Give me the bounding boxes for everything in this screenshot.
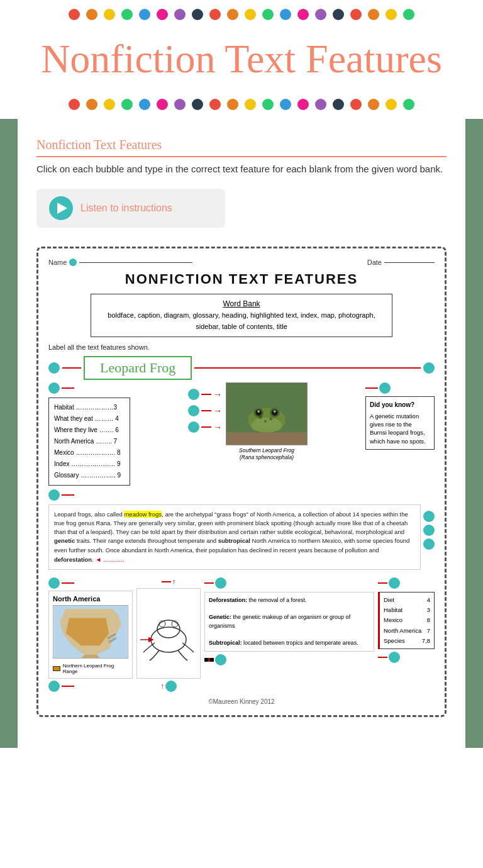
index-bubble-bottom-row xyxy=(378,652,435,663)
dot xyxy=(333,99,344,110)
gloss-entry-2: Genetic: the genetic makeup of an organi… xyxy=(209,613,370,630)
dot xyxy=(262,9,274,20)
main-content: Nonfiction Text Features Click on each b… xyxy=(18,119,465,748)
instructions-text: Click on each bubble and type in the cor… xyxy=(36,162,447,177)
photo-caption: Southern Leopard Frog(Rana sphenocephala… xyxy=(239,447,294,461)
glossary-bubble-row xyxy=(204,577,374,589)
frog-photograph xyxy=(226,382,308,445)
dot xyxy=(315,99,326,110)
svg-point-22 xyxy=(157,620,180,638)
content-area: Nonfiction Text Features Click on each b… xyxy=(0,119,483,748)
dot xyxy=(69,9,80,20)
para-bubble-1[interactable] xyxy=(423,511,435,522)
right-side-panel xyxy=(465,119,483,748)
index-bubble-row xyxy=(378,577,435,589)
map-legend: Northern Leopard Frog Range xyxy=(53,663,128,674)
diagram-section: ↑ xyxy=(136,577,201,692)
index-section: Diet4 Habitat3 Mexico8 North America7 Sp… xyxy=(378,577,435,692)
dot xyxy=(297,9,309,20)
photo-bubble-1[interactable] xyxy=(188,389,199,400)
north-america-label: North America xyxy=(53,595,128,603)
toc-section: Habitat ………………3 What they eat ……… 4 Wher… xyxy=(48,382,130,501)
paragraph-bubbles xyxy=(423,504,435,550)
svg-rect-14 xyxy=(226,432,307,445)
glossary-bubble-bottom[interactable] xyxy=(215,654,226,665)
word-bank-title: Word Bank xyxy=(99,298,384,310)
dot xyxy=(403,9,414,20)
index-box: Diet4 Habitat3 Mexico8 North America7 Sp… xyxy=(378,592,435,649)
index-bubble-bottom[interactable] xyxy=(389,652,400,663)
dot xyxy=(368,99,379,110)
map-bubble-2[interactable] xyxy=(48,681,60,692)
sidebar-section: Did you know? A genetic mutation gives r… xyxy=(365,382,435,501)
name-date-row: Name Date xyxy=(48,259,435,266)
diagram-bubble[interactable] xyxy=(165,681,177,692)
map-legend-text: Northern Leopard Frog Range xyxy=(63,663,128,674)
section-subtitle: Nonfiction Text Features xyxy=(36,138,447,157)
dot xyxy=(192,9,203,20)
svg-point-11 xyxy=(258,415,262,419)
listen-button[interactable]: Listen to instructions xyxy=(36,189,225,228)
photo-bubble-3[interactable] xyxy=(188,421,199,433)
date-line xyxy=(384,262,435,263)
legend-box xyxy=(53,666,60,671)
dot xyxy=(315,9,326,20)
dot xyxy=(386,9,397,20)
sidebar-bubble[interactable] xyxy=(379,382,391,394)
dot xyxy=(139,9,150,20)
svg-point-10 xyxy=(271,424,281,430)
glossary-bubble-bottom-row xyxy=(204,654,374,665)
bold-genetic: genetic xyxy=(54,537,75,544)
paragraph-box: Leopard frogs, also called meadow frogs,… xyxy=(48,504,421,570)
play-triangle-icon xyxy=(57,203,67,214)
gloss-entry-3: Subtropical: located between tropics and… xyxy=(209,639,370,648)
did-you-know-text: A genetic mutation gives rise to the Bur… xyxy=(370,412,430,445)
map-area: North America xyxy=(48,591,133,679)
map-bubble-1[interactable] xyxy=(48,577,60,589)
left-bubbles: → → → xyxy=(188,389,222,433)
toc-row: Habitat ………………3 What they eat ……… 4 Wher… xyxy=(54,402,125,481)
frog-photo-svg xyxy=(226,382,307,445)
right-bubble-1[interactable] xyxy=(423,362,435,374)
para-bubble-3[interactable] xyxy=(423,538,435,550)
photo-container: Southern Leopard Frog(Rana sphenocephala… xyxy=(226,382,308,461)
dot xyxy=(227,99,238,110)
diagram-bubble-top: ↑ xyxy=(162,577,176,586)
sidebar-bubble-row xyxy=(365,382,435,394)
worksheet: Name Date NONFICTION TEXT FEATURES Word … xyxy=(36,247,447,717)
svg-point-6 xyxy=(257,410,260,413)
dot xyxy=(192,99,203,110)
highlighted-text: meadow frogs xyxy=(124,511,162,518)
gloss-entry-1: Deforestation: the removal of a forest. xyxy=(209,596,370,605)
dot xyxy=(386,99,397,110)
photo-bubble-2[interactable] xyxy=(188,405,199,416)
toc-bubble[interactable] xyxy=(48,382,60,394)
dot xyxy=(86,99,97,110)
para-bubble-2[interactable] xyxy=(423,525,435,536)
bold-deforestation: deforestation xyxy=(54,556,92,563)
left-bubble-1[interactable] xyxy=(48,362,60,374)
dot xyxy=(280,9,291,20)
toc-bottom-bubble-row xyxy=(48,489,130,501)
toc-bubble-row xyxy=(48,382,130,394)
diagram-area xyxy=(136,588,201,679)
svg-point-13 xyxy=(264,420,267,423)
red-line-right xyxy=(194,367,421,369)
glossary-box: Deforestation: the removal of a forest. … xyxy=(204,592,374,652)
diagram-bubble-bottom: ↑ xyxy=(160,681,177,692)
dot xyxy=(245,9,256,20)
frog-diagram-svg xyxy=(137,605,200,662)
photo-section: → → → xyxy=(134,382,362,501)
name-bubble[interactable] xyxy=(69,259,77,266)
header-section: Nonfiction Text Features xyxy=(0,29,483,90)
index-bubble[interactable] xyxy=(389,577,400,589)
dot xyxy=(368,9,379,20)
copyright-text: ©Maureen Kinney 2012 xyxy=(48,698,435,705)
dot xyxy=(174,9,186,20)
map-bubble-row-bottom xyxy=(48,681,133,692)
word-bank-box: Word Bank boldface, caption, diagram, gl… xyxy=(91,294,392,337)
glossary-bubble[interactable] xyxy=(215,577,226,589)
dot xyxy=(280,99,291,110)
svg-point-12 xyxy=(269,417,272,420)
toc-bottom-bubble[interactable] xyxy=(48,489,60,501)
